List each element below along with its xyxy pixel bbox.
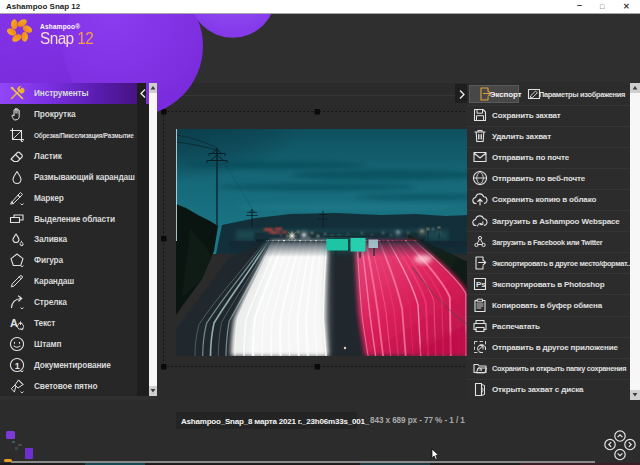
svg-text:A: A [10, 316, 18, 328]
svg-text:1: 1 [15, 360, 20, 370]
svg-text:Ps: Ps [476, 280, 486, 289]
